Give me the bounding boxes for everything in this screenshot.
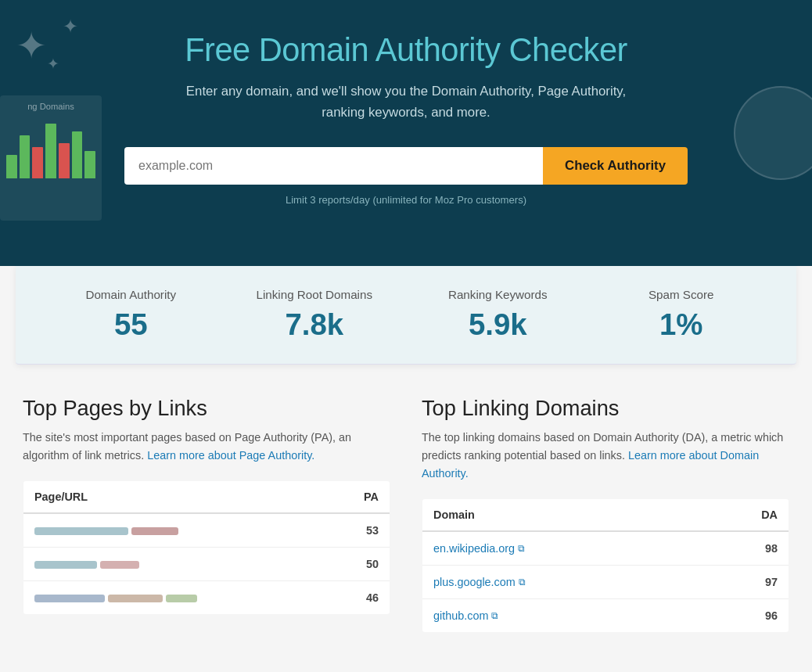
top-pages-title: Top Pages by Links	[23, 396, 390, 421]
col-pa: PA	[329, 481, 390, 514]
col-page-url: Page/URL	[23, 481, 329, 514]
stat-item: Domain Authority 55	[47, 288, 215, 342]
table-row: en.wikipedia.org ⧉ 98	[422, 531, 789, 566]
da-value: 96	[696, 599, 789, 633]
col-da: DA	[696, 499, 789, 532]
external-link-icon: ⧉	[519, 577, 526, 588]
table-row: plus.google.com ⧉ 97	[422, 566, 789, 599]
stat-label: Domain Authority	[47, 288, 215, 301]
deco-bar	[6, 155, 17, 178]
stat-label: Ranking Keywords	[414, 288, 582, 301]
table-row: github.com ⧉ 96	[422, 599, 789, 633]
page-url-cell	[23, 548, 329, 581]
deco-bar	[20, 135, 31, 178]
domain-cell: github.com ⧉	[422, 599, 697, 633]
stat-value: 7.8k	[231, 307, 399, 342]
domain-cell: en.wikipedia.org ⧉	[422, 531, 697, 566]
stat-label: Linking Root Domains	[231, 288, 399, 301]
deco-bars	[6, 116, 95, 178]
top-pages-desc: The site's most important pages based on…	[23, 429, 390, 465]
top-pages-table: Page/URL PA 53 50 46	[23, 480, 390, 615]
pa-value: 46	[329, 581, 390, 615]
domain-link[interactable]: plus.google.com ⧉	[433, 576, 685, 588]
deco-globe	[734, 86, 812, 180]
domain-link[interactable]: github.com ⧉	[433, 609, 685, 622]
top-domains-title: Top Linking Domains	[422, 396, 789, 421]
page-url-cell	[23, 581, 329, 615]
deco-bar	[84, 151, 95, 178]
table-header-row: Page/URL PA	[23, 481, 390, 514]
stat-item: Spam Score 1%	[598, 288, 766, 342]
stat-value: 55	[47, 307, 215, 342]
top-domains-desc: The top linking domains based on Domain …	[422, 429, 789, 483]
hero-subtitle: Enter any domain, and we'll show you the…	[171, 81, 641, 124]
external-link-icon: ⧉	[491, 610, 498, 621]
hero-section: ✦ ✦ ✦ ng Domains Free Domain Authority C…	[0, 0, 812, 266]
domain-cell: plus.google.com ⧉	[422, 566, 697, 599]
deco-chart-label: ng Domains	[6, 102, 95, 111]
deco-bar	[59, 143, 70, 178]
table-row: 53	[23, 513, 390, 548]
top-domains-section: Top Linking Domains The top linking doma…	[422, 396, 789, 633]
stat-value: 1%	[598, 307, 766, 342]
domain-search-input[interactable]	[124, 147, 543, 185]
limit-notice: Limit 3 reports/day (unlimited for Moz P…	[16, 194, 796, 206]
deco-bar	[32, 147, 43, 178]
top-domains-table: Domain DA en.wikipedia.org ⧉ 98	[422, 498, 789, 633]
stats-bar: Domain Authority 55Linking Root Domains …	[16, 266, 796, 365]
domain-link[interactable]: en.wikipedia.org ⧉	[433, 542, 685, 555]
deco-bar	[72, 131, 83, 178]
check-authority-button[interactable]: Check Authority	[543, 147, 688, 185]
stat-value: 5.9k	[414, 307, 582, 342]
stat-item: Linking Root Domains 7.8k	[231, 288, 399, 342]
table-row: 50	[23, 548, 390, 581]
stat-item: Ranking Keywords 5.9k	[414, 288, 582, 342]
table-row: 46	[23, 581, 390, 615]
table-header-row: Domain DA	[422, 499, 789, 532]
main-content: Top Pages by Links The site's most impor…	[7, 396, 805, 633]
page-title: Free Domain Authority Checker	[16, 31, 796, 69]
da-value: 98	[696, 531, 789, 566]
pa-learn-more-link[interactable]: Learn more about Page Authority.	[147, 449, 314, 462]
da-value: 97	[696, 566, 789, 599]
top-pages-section: Top Pages by Links The site's most impor…	[23, 396, 390, 633]
search-bar: Check Authority	[124, 147, 688, 185]
deco-chart: ng Domains	[0, 95, 102, 221]
external-link-icon: ⧉	[518, 543, 525, 554]
stat-label: Spam Score	[598, 288, 766, 301]
pa-value: 53	[329, 513, 390, 548]
col-domain: Domain	[422, 499, 697, 532]
page-url-cell	[23, 513, 329, 548]
deco-bar	[45, 124, 56, 178]
pa-value: 50	[329, 548, 390, 581]
